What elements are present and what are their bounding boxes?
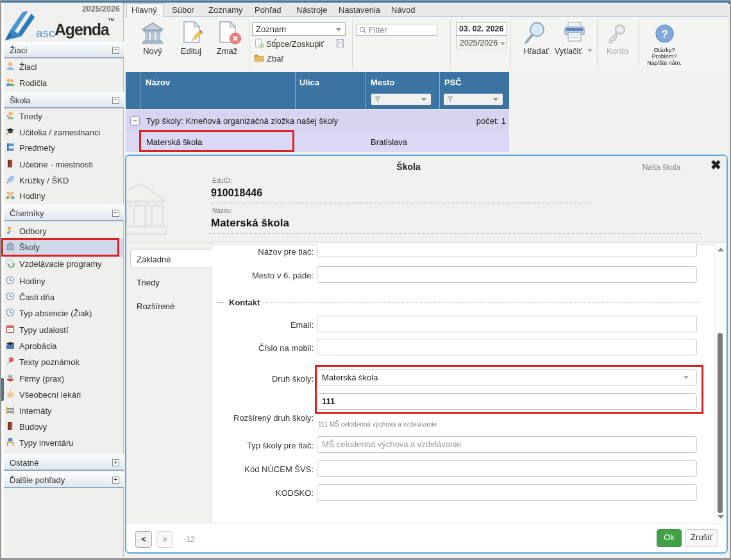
svg-text:?: ? (661, 28, 668, 40)
